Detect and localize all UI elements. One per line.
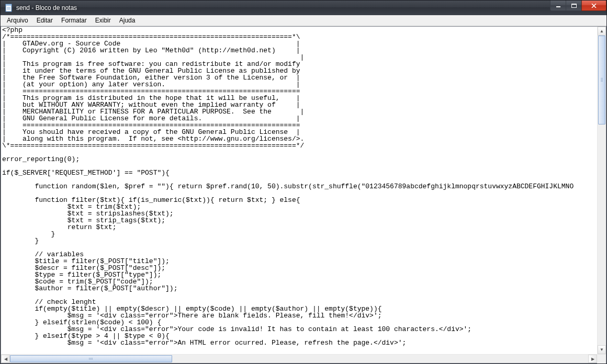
vertical-scroll-track[interactable]	[598, 36, 606, 345]
scroll-right-arrow[interactable]: ▶	[588, 355, 597, 363]
editor-area: <?php /*================================…	[1, 27, 606, 354]
horizontal-scroll-track[interactable]	[10, 355, 588, 363]
svg-rect-5	[556, 6, 560, 7]
app-icon	[5, 4, 13, 12]
menu-file[interactable]: Arquivo	[3, 16, 32, 25]
close-button[interactable]	[581, 1, 606, 11]
editor-content[interactable]: <?php /*================================…	[1, 27, 597, 354]
menu-help[interactable]: Ajuda	[115, 16, 140, 25]
vertical-scrollbar[interactable]: ▲ ▼	[597, 27, 606, 354]
vertical-scroll-thumb[interactable]	[598, 36, 605, 124]
svg-rect-1	[6, 4, 12, 6]
menu-edit[interactable]: Editar	[32, 16, 57, 25]
window-title: send - Bloco de notas	[16, 4, 77, 12]
window-buttons	[550, 1, 606, 11]
maximize-button[interactable]	[566, 1, 581, 11]
scroll-up-arrow[interactable]: ▲	[598, 27, 606, 36]
scroll-left-arrow[interactable]: ◀	[1, 355, 10, 363]
minimize-button[interactable]	[550, 1, 566, 11]
horizontal-scroll-thumb[interactable]	[10, 355, 172, 362]
window-body: Arquivo Editar Formatar Exibir Ajuda <?p…	[0, 15, 607, 364]
menu-format[interactable]: Formatar	[57, 16, 91, 25]
menu-view[interactable]: Exibir	[91, 16, 115, 25]
scroll-down-arrow[interactable]: ▼	[598, 345, 606, 354]
svg-rect-7	[571, 4, 577, 5]
size-grip[interactable]	[597, 355, 606, 363]
menubar: Arquivo Editar Formatar Exibir Ajuda	[1, 15, 606, 26]
horizontal-scrollbar[interactable]: ◀ ▶	[1, 354, 606, 363]
titlebar[interactable]: send - Bloco de notas	[0, 0, 607, 15]
editor-frame: <?php /*================================…	[1, 26, 606, 363]
